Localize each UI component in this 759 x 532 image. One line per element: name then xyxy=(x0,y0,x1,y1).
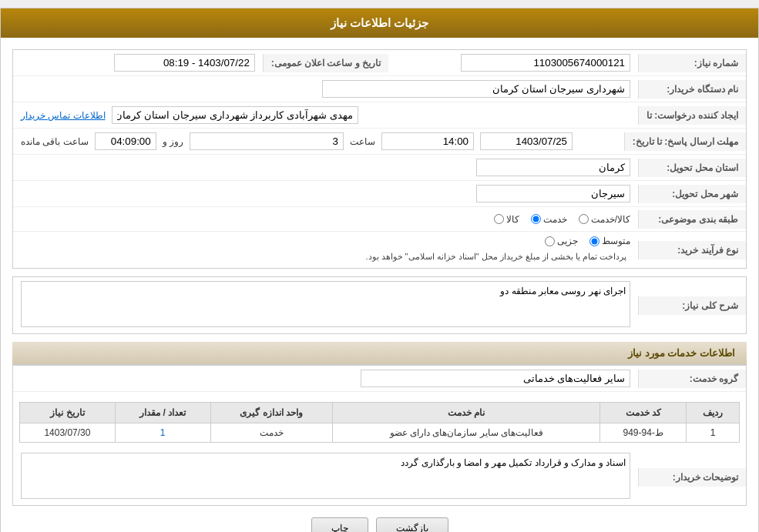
back-button[interactable]: بازگشت xyxy=(376,517,448,532)
input-shahr[interactable] xyxy=(476,185,630,202)
label-shahr: شهر محل تحویل: xyxy=(638,185,746,203)
value-tabaqe: کالا/خدمت خدمت کالا xyxy=(13,210,638,229)
input-ostan[interactable] xyxy=(476,159,630,176)
input-namdastgah[interactable] xyxy=(322,80,630,98)
radio-kala-khedmat[interactable]: کالا/خدمت xyxy=(579,214,630,225)
label-tabaqe: طبقه بندی موضوعی: xyxy=(638,210,746,229)
label-tozihat: توضیحات خریدار: xyxy=(638,468,746,487)
label-sharh: شرح کلی نیاز: xyxy=(638,296,746,315)
page-title: جزئیات اطلاعات نیاز xyxy=(331,16,428,29)
label-ostan: استان محل تحویل: xyxy=(638,159,746,177)
cell-tedad: 1 xyxy=(115,423,210,443)
radio-motevaset[interactable]: متوسط xyxy=(589,236,630,246)
cell-nam: فعالیت‌های سایر سازمان‌های دارای عضو xyxy=(333,423,600,443)
input-roz[interactable] xyxy=(190,132,344,150)
value-ijaad: اطلاعات تماس خریدار xyxy=(13,102,638,128)
input-baqi[interactable] xyxy=(95,132,156,150)
row-noefarayand: نوع فرآیند خرید: متوسط جزیی xyxy=(13,232,746,268)
textarea-sharh[interactable]: اجرای نهر روسی معابر منطقه دو xyxy=(21,281,630,327)
input-ijaad[interactable] xyxy=(112,106,358,124)
label-ijaad: ایجاد کننده درخواست: تا xyxy=(638,106,746,125)
service-section: گروه خدمت: ردیف کد خدمت نام خدمت واحد ان… xyxy=(12,365,747,506)
value-ostan xyxy=(13,155,638,180)
label-baqi: ساعت باقی مانده xyxy=(21,136,89,147)
cell-tarikh: 1403/07/30 xyxy=(20,423,116,443)
label-tarikh: تاریخ و ساعت اعلان عمومی: xyxy=(263,54,388,72)
radio-jozi[interactable]: جزیی xyxy=(545,236,578,246)
label-roz: روز و xyxy=(163,136,183,147)
value-mohlat: ساعت باقی مانده روز و ساعت xyxy=(13,129,624,154)
input-tarikh[interactable] xyxy=(114,54,255,72)
label-noefarayand: نوع فرآیند خرید: xyxy=(638,241,746,259)
col-tedad: تعداد / مقدار xyxy=(115,403,210,423)
radio-kala[interactable]: کالا xyxy=(494,214,519,225)
row-shahr: شهر محل تحویل: xyxy=(13,181,746,207)
textarea-tozihat[interactable]: اسناد و مدارک و قرارداد تکمیل مهر و امضا… xyxy=(21,453,630,499)
page-header: جزئیات اطلاعات نیاز xyxy=(1,8,758,38)
value-tarikh xyxy=(13,50,263,75)
content-area: شماره نیاز: تاریخ و ساعت اعلان عمومی: نا… xyxy=(1,38,758,532)
row-tabaqe: طبقه بندی موضوعی: کالا/خدمت خدمت کالا xyxy=(13,207,746,232)
ettelaat-tamas-link[interactable]: اطلاعات تماس خریدار xyxy=(21,110,106,121)
service-table: ردیف کد خدمت نام خدمت واحد اندازه گیری ت… xyxy=(19,402,740,443)
input-saat[interactable] xyxy=(381,132,474,150)
value-geroh xyxy=(13,366,638,391)
label-mohlat: مهلت ارسال پاسخ: تا تاریخ: xyxy=(624,132,746,151)
col-radif: ردیف xyxy=(686,403,739,423)
col-nam: نام خدمت xyxy=(333,403,600,423)
col-tarikh: تاریخ نیاز xyxy=(20,403,116,423)
col-vahed: واحد اندازه گیری xyxy=(210,403,332,423)
radio-khedmat[interactable]: خدمت xyxy=(531,214,567,225)
input-shomare[interactable] xyxy=(461,54,630,72)
value-shomare xyxy=(388,50,638,75)
row-tozihat: توضیحات خریدار: اسناد و مدارک و قرارداد … xyxy=(13,449,746,505)
value-noefarayand: متوسط جزیی پرداخت تمام یا بخشی از مبلغ خ… xyxy=(13,232,638,268)
row-sharh: شرح کلی نیاز: اجرای نهر روسی معابر منطقه… xyxy=(13,277,746,333)
row-shomare-tarikh: شماره نیاز: تاریخ و ساعت اعلان عمومی: xyxy=(13,50,746,76)
sharh-section: شرح کلی نیاز: اجرای نهر روسی معابر منطقه… xyxy=(12,276,747,334)
value-namdastgah xyxy=(13,76,638,102)
input-date[interactable] xyxy=(480,132,573,150)
value-shahr xyxy=(13,181,638,206)
col-kod: کد خدمت xyxy=(600,403,686,423)
value-tozihat: اسناد و مدارک و قرارداد تکمیل مهر و امضا… xyxy=(13,449,638,505)
cell-vahed: خدمت xyxy=(210,423,332,443)
table-row: 1 ط-94-949 فعالیت‌های سایر سازمان‌های دا… xyxy=(20,423,740,443)
main-form-section: شماره نیاز: تاریخ و ساعت اعلان عمومی: نا… xyxy=(12,49,747,269)
row-namdastgah: نام دستگاه خریدار: xyxy=(13,76,746,102)
label-shomare: شماره نیاز: xyxy=(638,54,746,72)
label-geroh: گروه خدمت: xyxy=(638,370,746,388)
button-row: بازگشت چاپ xyxy=(12,517,747,532)
cell-radif: 1 xyxy=(686,423,739,443)
page-wrapper: جزئیات اطلاعات نیاز شماره نیاز: تاریخ و … xyxy=(0,8,759,532)
table-container: ردیف کد خدمت نام خدمت واحد اندازه گیری ت… xyxy=(13,392,746,449)
noefarayand-notice: پرداخت تمام یا بخشی از مبلغ خریداز محل "… xyxy=(21,249,630,264)
cell-kod: ط-94-949 xyxy=(600,423,686,443)
input-geroh[interactable] xyxy=(361,370,630,387)
label-saat: ساعت xyxy=(350,136,375,147)
label-namdastgah: نام دستگاه خریدار: xyxy=(638,80,746,99)
row-ostan: استان محل تحویل: xyxy=(13,155,746,181)
row-mohlat: مهلت ارسال پاسخ: تا تاریخ: ساعت باقی مان… xyxy=(13,129,746,155)
row-geroh: گروه خدمت: xyxy=(13,366,746,392)
value-sharh: اجرای نهر روسی معابر منطقه دو xyxy=(13,277,638,333)
row-ijaad: ایجاد کننده درخواست: تا اطلاعات تماس خری… xyxy=(13,102,746,129)
service-section-title: اطلاعات خدمات مورد نیاز xyxy=(12,342,747,365)
print-button[interactable]: چاپ xyxy=(311,517,368,532)
